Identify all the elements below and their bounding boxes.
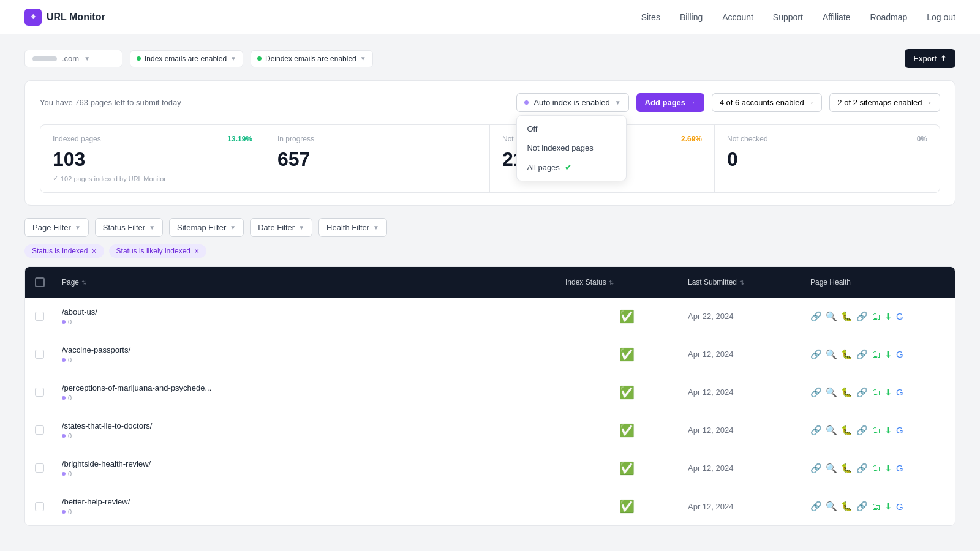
status-filter-chevron-icon: ▼ xyxy=(149,224,155,231)
health-icon-sitemap[interactable]: 🔗 xyxy=(810,463,822,474)
health-icon-download[interactable]: ⬇ xyxy=(884,387,892,398)
health-icon-search[interactable]: 🔍 xyxy=(826,463,837,474)
row-checkbox-5[interactable] xyxy=(35,463,62,473)
dropdown-item-all-pages[interactable]: All pages ✔ xyxy=(517,157,626,177)
select-all-checkbox[interactable] xyxy=(35,277,45,287)
health-icon-google[interactable]: G xyxy=(896,311,903,321)
sitemap-filter-chevron-icon: ▼ xyxy=(230,224,236,231)
indexed-check-icon: ✅ xyxy=(619,309,635,324)
row-page-4: /states-that-lie-to-doctors/ 0 xyxy=(62,421,565,440)
health-icon-google[interactable]: G xyxy=(896,425,903,435)
health-icon-stack[interactable]: 🗂 xyxy=(872,425,881,435)
health-icon-link[interactable]: 🔗 xyxy=(856,425,868,436)
health-icon-google[interactable]: G xyxy=(896,349,903,359)
health-icon-google[interactable]: G xyxy=(896,463,903,473)
auto-index-button[interactable]: Auto index is enabled ▼ xyxy=(516,93,628,112)
nav-billing[interactable]: Billing xyxy=(680,12,703,22)
health-icon-link[interactable]: 🔗 xyxy=(856,501,868,512)
health-icon-bug[interactable]: 🐛 xyxy=(841,349,853,360)
health-icon-bug[interactable]: 🐛 xyxy=(841,387,853,398)
last-submitted-sort-icon[interactable]: ⇅ xyxy=(739,279,744,286)
sitemap-filter-button[interactable]: Sitemap Filter ▼ xyxy=(169,218,244,237)
row-checkbox-6[interactable] xyxy=(35,502,62,511)
row-page-5: /brightside-health-review/ 0 xyxy=(62,459,565,478)
nav-support[interactable]: Support xyxy=(773,12,803,22)
row-checkbox-2[interactable] xyxy=(35,350,62,359)
health-icon-search[interactable]: 🔍 xyxy=(826,311,837,322)
health-icon-download[interactable]: ⬇ xyxy=(884,501,892,512)
health-icon-link[interactable]: 🔗 xyxy=(856,349,868,360)
nav-sites[interactable]: Sites xyxy=(641,12,660,22)
health-icon-sitemap[interactable]: 🔗 xyxy=(810,311,822,322)
row-checkbox-3[interactable] xyxy=(35,388,62,397)
health-icon-search[interactable]: 🔍 xyxy=(826,425,837,436)
health-icon-bug[interactable]: 🐛 xyxy=(841,501,853,512)
health-icon-link[interactable]: 🔗 xyxy=(856,311,868,322)
dropdown-item-off[interactable]: Off xyxy=(517,119,626,138)
health-icon-download[interactable]: ⬇ xyxy=(884,311,892,322)
health-icon-search[interactable]: 🔍 xyxy=(826,501,837,512)
row-page-3: /perceptions-of-marijuana-and-psychede..… xyxy=(62,383,565,402)
deindex-email-badge[interactable]: Deindex emails are enabled ▼ xyxy=(251,50,373,67)
row-page-2: /vaccine-passports/ 0 xyxy=(62,345,565,364)
health-icon-stack[interactable]: 🗂 xyxy=(872,501,881,512)
row-status-4: ✅ xyxy=(565,423,688,438)
nav-affiliate[interactable]: Affiliate xyxy=(823,12,851,22)
health-icon-search[interactable]: 🔍 xyxy=(826,349,837,360)
row-date-2: Apr 12, 2024 xyxy=(688,350,810,359)
health-icon-sitemap[interactable]: 🔗 xyxy=(810,501,822,512)
row-status-5: ✅ xyxy=(565,461,688,476)
indexed-check-icon: ✅ xyxy=(619,347,635,362)
row-health-2: 🔗 🔍 🐛 🔗 🗂 ⬇ G xyxy=(810,349,945,360)
health-icon-sitemap[interactable]: 🔗 xyxy=(810,425,822,436)
health-icon-bug[interactable]: 🐛 xyxy=(841,425,853,436)
nav-logout[interactable]: Log out xyxy=(927,12,956,22)
health-icon-download[interactable]: ⬇ xyxy=(884,463,892,474)
health-icon-stack[interactable]: 🗂 xyxy=(872,311,881,321)
health-icon-bug[interactable]: 🐛 xyxy=(841,311,853,322)
health-icon-sitemap[interactable]: 🔗 xyxy=(810,349,822,360)
nav-account[interactable]: Account xyxy=(722,12,753,22)
index-email-badge[interactable]: Index emails are enabled ▼ xyxy=(130,50,243,67)
health-icon-google[interactable]: G xyxy=(896,501,903,512)
health-icon-search[interactable]: 🔍 xyxy=(826,387,837,398)
health-icon-stack[interactable]: 🗂 xyxy=(872,349,881,359)
dropdown-item-not-indexed[interactable]: Not indexed pages xyxy=(517,138,626,157)
col-header-index-status: Index Status ⇅ xyxy=(565,278,688,287)
table-row: /vaccine-passports/ 0 ✅ Apr 12, 2024 🔗 🔍… xyxy=(25,335,955,373)
health-filter-button[interactable]: Health Filter ▼ xyxy=(318,218,387,237)
health-icon-google[interactable]: G xyxy=(896,387,903,397)
health-icon-link[interactable]: 🔗 xyxy=(856,463,868,474)
sitemaps-button[interactable]: 2 of 2 sitemaps enabled → xyxy=(829,93,940,112)
page-sort-icon[interactable]: ⇅ xyxy=(81,279,86,286)
health-icon-link[interactable]: 🔗 xyxy=(856,387,868,398)
status-filter-button[interactable]: Status Filter ▼ xyxy=(95,218,163,237)
table-select-all[interactable] xyxy=(35,277,62,287)
indexed-check-icon: ✅ xyxy=(619,461,635,476)
add-pages-button[interactable]: Add pages → xyxy=(636,93,704,112)
row-checkbox-4[interactable] xyxy=(35,425,62,435)
health-icon-download[interactable]: ⬇ xyxy=(884,425,892,436)
pages-table: Page ⇅ Index Status ⇅ Last Submitted ⇅ P… xyxy=(24,266,956,526)
health-icon-stack[interactable]: 🗂 xyxy=(872,387,881,397)
table-row: /states-that-lie-to-doctors/ 0 ✅ Apr 12,… xyxy=(25,411,955,449)
date-filter-chevron-icon: ▼ xyxy=(298,224,304,231)
meta-dot xyxy=(62,320,66,324)
health-icon-stack[interactable]: 🗂 xyxy=(872,463,881,473)
export-button[interactable]: Export ⬆ xyxy=(905,49,956,68)
filter-tag-likely-indexed: Status is likely indexed × xyxy=(109,244,207,258)
page-filter-button[interactable]: Page Filter ▼ xyxy=(24,218,89,237)
health-icon-sitemap[interactable]: 🔗 xyxy=(810,387,822,398)
filter-tag-likely-indexed-remove[interactable]: × xyxy=(194,247,199,255)
nav-roadmap[interactable]: Roadmap xyxy=(870,12,908,22)
accounts-button[interactable]: 4 of 6 accounts enabled → xyxy=(712,93,823,112)
indexed-check-icon: ✅ xyxy=(619,385,635,400)
index-status-sort-icon[interactable]: ⇅ xyxy=(609,279,614,286)
health-icon-download[interactable]: ⬇ xyxy=(884,349,892,360)
filter-tag-indexed-remove[interactable]: × xyxy=(91,247,96,255)
domain-selector[interactable]: .com ▼ xyxy=(24,50,123,67)
stat-in-progress: In progress 657 xyxy=(265,125,490,192)
row-checkbox-1[interactable] xyxy=(35,312,62,321)
date-filter-button[interactable]: Date Filter ▼ xyxy=(250,218,312,237)
health-icon-bug[interactable]: 🐛 xyxy=(841,463,853,474)
